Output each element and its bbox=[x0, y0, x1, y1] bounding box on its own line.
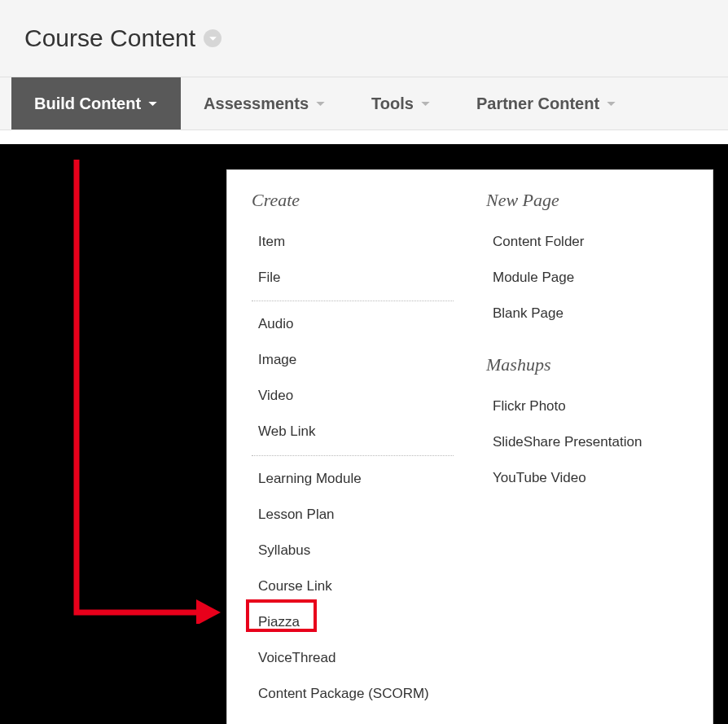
chevron-down-icon bbox=[147, 99, 158, 109]
build-content-label: Build Content bbox=[34, 94, 141, 113]
menu-item-piazza[interactable]: Piazza bbox=[252, 604, 454, 640]
dropdown-column-left: Create Item File Audio Image Video Web L… bbox=[252, 185, 454, 712]
menu-item-flickr-photo[interactable]: Flickr Photo bbox=[486, 388, 688, 424]
menu-item-learning-module[interactable]: Learning Module bbox=[252, 461, 454, 497]
assessments-button[interactable]: Assessments bbox=[181, 77, 349, 129]
menu-item-youtube-video[interactable]: YouTube Video bbox=[486, 460, 688, 496]
menu-item-video[interactable]: Video bbox=[252, 378, 454, 414]
menu-item-module-page[interactable]: Module Page bbox=[486, 260, 688, 296]
page-title-wrap: Course Content bbox=[24, 24, 728, 52]
action-toolbar: Build Content Assessments Tools Partner … bbox=[0, 77, 728, 130]
menu-item-content-package-scorm[interactable]: Content Package (SCORM) bbox=[252, 676, 454, 712]
divider bbox=[252, 455, 454, 456]
tools-button[interactable]: Tools bbox=[349, 77, 454, 129]
tools-label: Tools bbox=[371, 94, 414, 113]
create-heading: Create bbox=[252, 190, 454, 211]
page-title: Course Content bbox=[24, 24, 195, 52]
mashups-heading: Mashups bbox=[486, 354, 688, 375]
assessments-label: Assessments bbox=[204, 94, 309, 113]
partner-content-label: Partner Content bbox=[476, 94, 599, 113]
menu-item-syllabus[interactable]: Syllabus bbox=[252, 533, 454, 568]
menu-item-blank-page[interactable]: Blank Page bbox=[486, 296, 688, 331]
menu-item-voicethread[interactable]: VoiceThread bbox=[252, 640, 454, 676]
page-header: Course Content bbox=[0, 0, 728, 77]
dropdown-column-right: New Page Content Folder Module Page Blan… bbox=[486, 185, 688, 712]
menu-item-lesson-plan[interactable]: Lesson Plan bbox=[252, 497, 454, 533]
chevron-down-icon bbox=[315, 99, 326, 109]
chevron-down-icon bbox=[606, 99, 616, 109]
build-content-button[interactable]: Build Content bbox=[11, 77, 181, 129]
menu-item-audio[interactable]: Audio bbox=[252, 306, 454, 342]
chevron-down-icon bbox=[420, 99, 431, 109]
build-content-dropdown: Create Item File Audio Image Video Web L… bbox=[226, 169, 713, 724]
chevron-down-icon[interactable] bbox=[204, 29, 221, 47]
menu-item-content-folder[interactable]: Content Folder bbox=[486, 224, 688, 260]
divider bbox=[252, 301, 454, 301]
menu-item-image[interactable]: Image bbox=[252, 342, 454, 378]
new-page-heading: New Page bbox=[486, 190, 688, 211]
partner-content-button[interactable]: Partner Content bbox=[454, 77, 639, 129]
menu-item-item[interactable]: Item bbox=[252, 224, 454, 260]
menu-item-web-link[interactable]: Web Link bbox=[252, 414, 454, 450]
menu-item-file[interactable]: File bbox=[252, 260, 454, 296]
menu-item-slideshare-presentation[interactable]: SlideShare Presentation bbox=[486, 424, 688, 460]
menu-item-course-link[interactable]: Course Link bbox=[252, 568, 454, 604]
